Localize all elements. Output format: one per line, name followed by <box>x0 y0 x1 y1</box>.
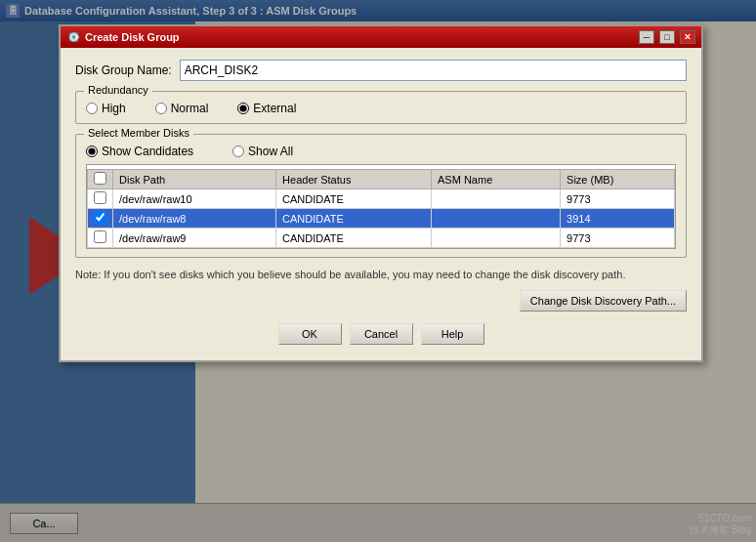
row3-checkbox[interactable] <box>94 230 106 243</box>
select-all-checkbox[interactable] <box>94 172 106 185</box>
row1-asm-name <box>432 189 561 209</box>
ok-button[interactable]: OK <box>278 323 342 345</box>
row2-checkbox-cell[interactable] <box>88 209 113 229</box>
col-checkbox <box>88 170 113 189</box>
redundancy-external-radio[interactable] <box>237 103 249 114</box>
dialog-content: Disk Group Name: Redundancy High Normal … <box>61 48 701 360</box>
change-path-row: Change Disk Discovery Path... <box>75 290 687 312</box>
redundancy-external-option[interactable]: External <box>237 102 296 115</box>
dialog-titlebar-buttons: ─ □ ✕ <box>637 30 695 44</box>
note-text: Note: If you don't see disks which you b… <box>75 268 687 282</box>
disk-table: Disk Path Header Status ASM Name Size (M… <box>87 169 675 248</box>
show-all-radio[interactable] <box>232 146 244 157</box>
dialog-action-buttons: OK Cancel Help <box>75 315 687 349</box>
table-row[interactable]: /dev/raw/raw9 CANDIDATE 9773 <box>88 229 675 248</box>
redundancy-high-option[interactable]: High <box>86 102 126 115</box>
row2-checkbox[interactable] <box>94 211 106 224</box>
col-header-status: Header Status <box>276 170 432 189</box>
col-asm-name: ASM Name <box>432 170 561 189</box>
row1-size-mb: 9773 <box>561 189 675 209</box>
table-row[interactable]: /dev/raw/raw10 CANDIDATE 9773 <box>88 189 675 209</box>
row3-header-status: CANDIDATE <box>276 229 432 248</box>
redundancy-group: Redundancy High Normal External <box>75 91 687 124</box>
disk-group-name-row: Disk Group Name: <box>75 60 687 81</box>
dialog-minimize-button[interactable]: ─ <box>639 30 654 44</box>
dialog-maximize-button[interactable]: □ <box>659 30 675 44</box>
row3-asm-name <box>432 229 561 248</box>
disk-table-header-row: Disk Path Header Status ASM Name Size (M… <box>88 170 675 189</box>
row2-size-mb: 3914 <box>561 209 675 229</box>
dialog-titlebar-left: 💽 Create Disk Group <box>66 30 180 44</box>
redundancy-high-radio[interactable] <box>86 103 98 114</box>
row2-header-status: CANDIDATE <box>276 209 432 229</box>
select-member-disks-group: Select Member Disks Show Candidates Show… <box>75 134 687 258</box>
dialog-title-text: Create Disk Group <box>85 31 180 43</box>
redundancy-radio-row: High Normal External <box>86 102 676 115</box>
cancel-button[interactable]: Cancel <box>350 323 413 345</box>
redundancy-external-label: External <box>253 102 296 115</box>
redundancy-legend: Redundancy <box>84 84 152 96</box>
create-disk-group-dialog: 💽 Create Disk Group ─ □ ✕ Disk Group Nam… <box>59 24 703 362</box>
disk-group-name-input[interactable] <box>180 60 687 81</box>
row2-disk-path: /dev/raw/raw8 <box>113 209 276 229</box>
row1-checkbox[interactable] <box>94 191 106 204</box>
show-all-label: Show All <box>248 145 293 158</box>
redundancy-normal-radio[interactable] <box>155 103 167 114</box>
col-disk-path: Disk Path <box>113 170 276 189</box>
show-candidates-label: Show Candidates <box>102 145 193 158</box>
redundancy-normal-label: Normal <box>171 102 209 115</box>
disk-table-wrapper: Disk Path Header Status ASM Name Size (M… <box>86 164 676 249</box>
disk-group-name-label: Disk Group Name: <box>75 63 172 77</box>
disk-table-head: Disk Path Header Status ASM Name Size (M… <box>88 170 675 189</box>
redundancy-normal-option[interactable]: Normal <box>155 102 209 115</box>
show-candidates-option[interactable]: Show Candidates <box>86 145 193 158</box>
table-row[interactable]: /dev/raw/raw8 CANDIDATE 3914 <box>88 209 675 229</box>
dialog-close-button[interactable]: ✕ <box>680 30 695 44</box>
disk-table-body: /dev/raw/raw10 CANDIDATE 9773 /dev/raw/r… <box>88 189 675 248</box>
row3-disk-path: /dev/raw/raw9 <box>113 229 276 248</box>
row1-header-status: CANDIDATE <box>276 189 432 209</box>
select-member-legend: Select Member Disks <box>84 127 193 139</box>
show-candidates-radio[interactable] <box>86 146 98 157</box>
row3-checkbox-cell[interactable] <box>88 229 113 248</box>
show-options-row: Show Candidates Show All <box>86 145 676 158</box>
dialog-title-icon: 💽 <box>66 30 80 44</box>
show-all-option[interactable]: Show All <box>232 145 293 158</box>
col-size-mb: Size (MB) <box>561 170 675 189</box>
redundancy-high-label: High <box>102 102 126 115</box>
change-disk-discovery-path-button[interactable]: Change Disk Discovery Path... <box>520 290 687 312</box>
row1-checkbox-cell[interactable] <box>88 189 113 209</box>
dialog-titlebar: 💽 Create Disk Group ─ □ ✕ <box>61 26 701 48</box>
row2-asm-name <box>432 209 561 229</box>
row3-size-mb: 9773 <box>561 229 675 248</box>
row1-disk-path: /dev/raw/raw10 <box>113 189 276 209</box>
help-button[interactable]: Help <box>421 323 484 345</box>
